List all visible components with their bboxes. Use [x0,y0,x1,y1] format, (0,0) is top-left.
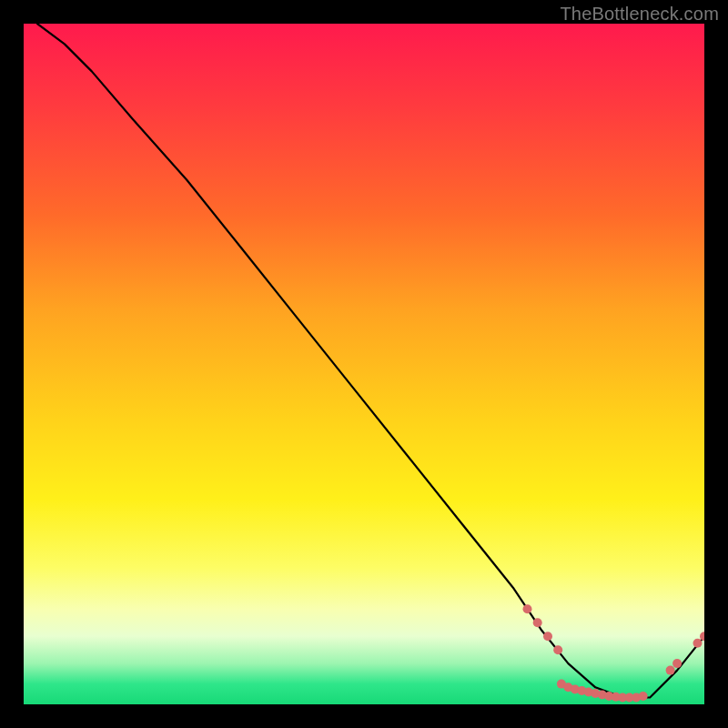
chart-overlay [24,24,704,704]
curve-markers [523,604,705,702]
data-point [700,632,704,641]
data-point [693,639,703,648]
data-point [533,618,542,627]
data-point [543,632,552,641]
data-point [672,659,682,668]
plot-area [24,24,704,704]
curve-line [37,24,704,698]
data-point [523,604,532,613]
data-point [666,666,675,675]
watermark-text: TheBottleneck.com [560,4,719,25]
chart-stage: TheBottleneck.com [0,0,728,728]
data-point [553,645,562,654]
data-point [639,692,648,701]
